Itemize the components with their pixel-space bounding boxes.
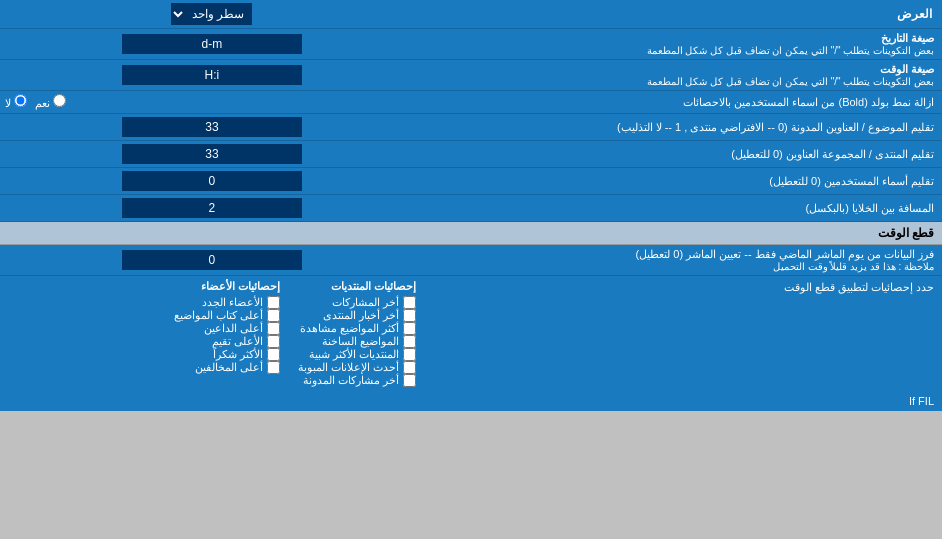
checkbox-item: أعلى كتاب المواضيع — [154, 309, 280, 322]
label-ard: العرض — [424, 0, 942, 29]
radio-yes-label: نعم — [35, 94, 66, 110]
checkbox-item: المواضيع الساخنة — [290, 335, 416, 348]
cb-akhir-mosharkaat-madona[interactable] — [403, 374, 416, 387]
cutoff-define-label: حدد إحصائيات لتطبيق قطع الوقت — [424, 276, 942, 392]
cb-a3la-da3en[interactable] — [267, 322, 280, 335]
radio-no[interactable] — [14, 94, 27, 107]
cell-spacing-label: المسافة بين الخلايا (بالبكسل) — [424, 195, 942, 222]
display-select[interactable]: سطر واحد سطرين ثلاثة أسطر — [171, 3, 252, 25]
cb-akthar-mowadee3[interactable] — [403, 322, 416, 335]
checkbox-item: أخر المشاركات — [290, 296, 416, 309]
cutoff-days-input[interactable] — [122, 250, 302, 270]
bottom-text: If FIL — [0, 391, 942, 411]
cutoff-days-cell — [0, 245, 424, 276]
checkbox-item: أعلى الداعين — [154, 322, 280, 335]
select-cell: سطر واحد سطرين ثلاثة أسطر — [0, 0, 424, 29]
checkbox-item: أخر أخبار المنتدى — [290, 309, 416, 322]
col2-header: إحصائيات الأعضاء — [154, 280, 280, 293]
date-format-input-cell — [0, 29, 424, 60]
checkbox-item: أخر مشاركات المدونة — [290, 374, 416, 387]
checkbox-item: أحدث الإعلانات المبوبة — [290, 361, 416, 374]
cb-a3la-kotab[interactable] — [267, 309, 280, 322]
checkbox-item: الأكثر شكراً — [154, 348, 280, 361]
bold-remove-radio-cell: نعم لا — [0, 91, 424, 114]
checkbox-item: أكثر المواضيع مشاهدة — [290, 322, 416, 335]
cutoff-header: قطع الوقت — [0, 222, 942, 245]
cell-spacing-input[interactable] — [122, 198, 302, 218]
cb-a3la-mokhalfeen[interactable] — [267, 361, 280, 374]
checkbox-item: المنتديات الأكثر شبية — [290, 348, 416, 361]
username-padded-cell — [0, 168, 424, 195]
forum-padded-cell — [0, 141, 424, 168]
bold-remove-label: ازالة نمط بولد (Bold) من اسماء المستخدمي… — [424, 91, 942, 114]
checkboxes-container: إحصائيات المنتديات أخر المشاركات أخر أخب… — [0, 276, 424, 392]
cb-montadayat-akthar[interactable] — [403, 348, 416, 361]
titles-padded-input[interactable] — [122, 117, 302, 137]
col1-header: إحصائيات المنتديات — [290, 280, 416, 293]
cb-a7dath-e3lanat[interactable] — [403, 361, 416, 374]
checkbox-item: أعلى المخالفين — [154, 361, 280, 374]
cb-akhir-mosharkaat[interactable] — [403, 296, 416, 309]
checkbox-item: الأعلى تقيم — [154, 335, 280, 348]
date-format-input[interactable] — [122, 34, 302, 54]
checkbox-item: الأعضاء الجدد — [154, 296, 280, 309]
forum-padded-input[interactable] — [122, 144, 302, 164]
cb-mowadee3-sakha[interactable] — [403, 335, 416, 348]
cutoff-days-label: فرز البيانات من يوم الماشر الماضي فقط --… — [424, 245, 942, 276]
radio-no-label: لا — [5, 94, 27, 110]
time-format-label: صيغة الوقت بعض التكوينات يتطلب "/" التي … — [424, 60, 942, 91]
time-format-input[interactable] — [122, 65, 302, 85]
titles-padded-cell — [0, 114, 424, 141]
cb-akhir-akhbar[interactable] — [403, 309, 416, 322]
date-format-label: صيغة التاريخ بعض التكوينات يتطلب "/" الت… — [424, 29, 942, 60]
forum-padded-label: تقليم المنتدى / المجموعة العناوين (0 للت… — [424, 141, 942, 168]
cell-spacing-cell — [0, 195, 424, 222]
radio-yes[interactable] — [53, 94, 66, 107]
cb-a3la-taqyem[interactable] — [267, 335, 280, 348]
titles-padded-label: تقليم الموضوع / العناوين المدونة (0 -- ا… — [424, 114, 942, 141]
time-format-input-cell — [0, 60, 424, 91]
username-padded-label: تقليم أسماء المستخدمين (0 للتعطيل) — [424, 168, 942, 195]
username-padded-input[interactable] — [122, 171, 302, 191]
cb-akthar-shokran[interactable] — [267, 348, 280, 361]
col3 — [8, 280, 144, 387]
cb-a3daa-jodod[interactable] — [267, 296, 280, 309]
